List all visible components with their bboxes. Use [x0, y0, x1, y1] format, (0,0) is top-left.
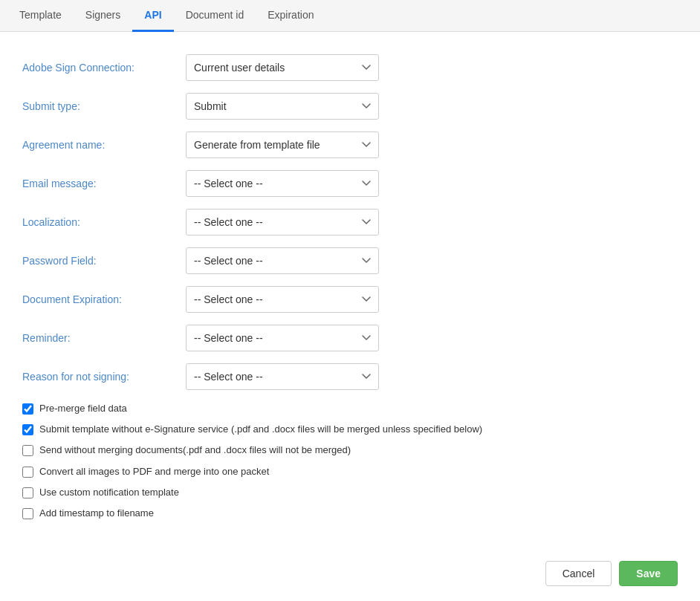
checkbox-label-pre-merge: Pre-merge field data [39, 402, 127, 415]
checkbox-add-timestamp[interactable] [22, 508, 33, 519]
footer: Cancel Save [523, 546, 700, 601]
main-content: Adobe Sign Connection:Current user detai… [0, 32, 700, 542]
checkbox-custom-notification[interactable] [22, 487, 33, 498]
form-row-document-expiration: Document Expiration:-- Select one -- [22, 286, 678, 313]
select-reminder[interactable]: -- Select one -- [186, 325, 379, 351]
checkbox-row-add-timestamp: Add timestamp to filename [22, 507, 678, 520]
tab-api[interactable]: API [132, 0, 173, 32]
select-email-message[interactable]: -- Select one -- [186, 170, 379, 197]
tab-template[interactable]: Template [7, 0, 74, 32]
tab-expiration[interactable]: Expiration [256, 0, 325, 32]
cancel-button[interactable]: Cancel [545, 561, 612, 586]
checkbox-row-pre-merge: Pre-merge field data [22, 402, 678, 415]
select-agreement-name[interactable]: Generate from template file [186, 131, 379, 158]
label-submit-type: Submit type: [22, 100, 186, 112]
label-localization: Localization: [22, 216, 186, 228]
checkboxes-section: Pre-merge field dataSubmit template with… [22, 402, 678, 520]
form-row-password-field: Password Field:-- Select one -- [22, 247, 678, 274]
save-button[interactable]: Save [619, 561, 678, 586]
checkbox-row-custom-notification: Use custom notification template [22, 486, 678, 499]
select-adobe-sign-connection[interactable]: Current user details [186, 54, 379, 81]
label-reason-not-signing: Reason for not signing: [22, 371, 186, 383]
checkbox-row-send-without-merging: Send without merging documents(.pdf and … [22, 444, 678, 457]
form-row-submit-type: Submit type:Submit [22, 93, 678, 120]
select-localization[interactable]: -- Select one -- [186, 209, 379, 235]
checkbox-label-submit-without-esig: Submit template without e-Signature serv… [39, 423, 482, 436]
tab-document-id[interactable]: Document id [174, 0, 256, 32]
label-adobe-sign-connection: Adobe Sign Connection: [22, 62, 186, 74]
tab-bar: Template Signers API Document id Expirat… [0, 0, 700, 32]
checkbox-send-without-merging[interactable] [22, 445, 33, 456]
tab-signers[interactable]: Signers [74, 0, 132, 32]
checkbox-label-custom-notification: Use custom notification template [39, 486, 179, 499]
select-submit-type[interactable]: Submit [186, 93, 379, 120]
form-fields: Adobe Sign Connection:Current user detai… [22, 54, 678, 390]
checkbox-row-submit-without-esig: Submit template without e-Signature serv… [22, 423, 678, 436]
select-password-field[interactable]: -- Select one -- [186, 247, 379, 274]
checkbox-label-add-timestamp: Add timestamp to filename [39, 507, 154, 520]
select-document-expiration[interactable]: -- Select one -- [186, 286, 379, 313]
checkbox-row-convert-images: Convert all images to PDF and merge into… [22, 465, 678, 478]
checkbox-label-send-without-merging: Send without merging documents(.pdf and … [39, 444, 351, 457]
form-row-agreement-name: Agreement name:Generate from template fi… [22, 131, 678, 158]
label-reminder: Reminder: [22, 332, 186, 344]
select-reason-not-signing[interactable]: -- Select one -- [186, 363, 379, 390]
form-row-localization: Localization:-- Select one -- [22, 209, 678, 235]
label-document-expiration: Document Expiration: [22, 293, 186, 305]
form-row-email-message: Email message:-- Select one -- [22, 170, 678, 197]
form-row-adobe-sign-connection: Adobe Sign Connection:Current user detai… [22, 54, 678, 81]
checkbox-label-convert-images: Convert all images to PDF and merge into… [39, 465, 269, 478]
label-email-message: Email message: [22, 178, 186, 189]
form-row-reminder: Reminder:-- Select one -- [22, 325, 678, 351]
label-agreement-name: Agreement name: [22, 139, 186, 151]
checkbox-pre-merge[interactable] [22, 403, 33, 415]
form-row-reason-not-signing: Reason for not signing:-- Select one -- [22, 363, 678, 390]
label-password-field: Password Field: [22, 255, 186, 267]
checkbox-submit-without-esig[interactable] [22, 424, 33, 435]
checkbox-convert-images[interactable] [22, 467, 33, 478]
